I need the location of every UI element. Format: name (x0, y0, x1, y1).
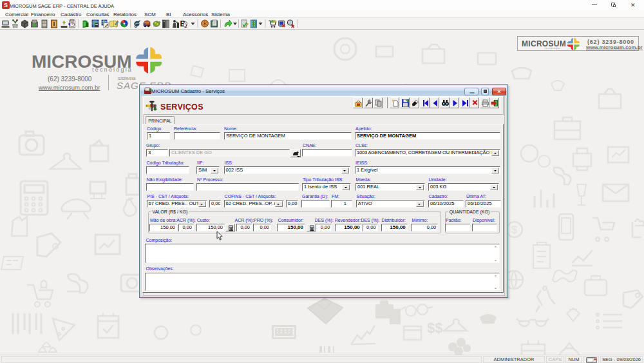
svg-text:$: $ (511, 224, 517, 235)
svg-text:$$: $$ (427, 320, 442, 336)
svg-text:$: $ (33, 22, 36, 28)
